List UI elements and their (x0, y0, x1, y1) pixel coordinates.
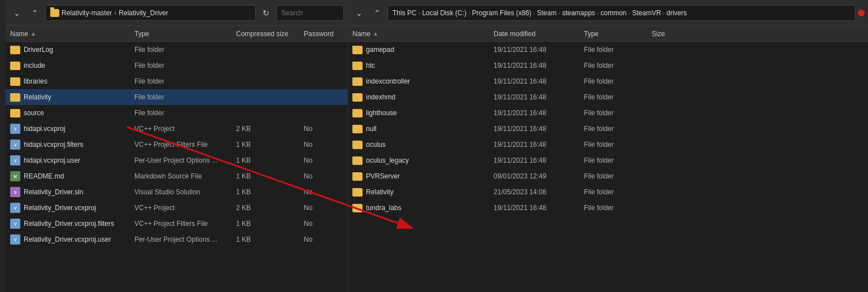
table-row[interactable]: source File folder (6, 105, 347, 121)
right-file-list: gamepad 19/11/2021 16:48 File folder htc… (348, 42, 868, 292)
file-name-cell-r: htc (352, 62, 494, 70)
file-type-cell: VC++ Project (134, 125, 236, 133)
table-row[interactable]: Relativity File folder (6, 89, 347, 105)
table-row[interactable]: oculus_legacy 19/11/2021 16:48 File fold… (348, 152, 868, 168)
table-row[interactable]: V Relativity_Driver.vcxproj.user Per-Use… (6, 232, 347, 247)
file-name-label-r: indexcontroller (366, 77, 410, 85)
file-name-label: Relativity_Driver.vcxproj.filters (24, 220, 114, 228)
right-nav-down-btn[interactable]: ⌄ (351, 5, 367, 21)
folder-icon (352, 141, 363, 149)
file-name-label: hidapi.vcxproj.filters (24, 141, 83, 149)
file-name-cell: V hidapi.vcxproj.filters (10, 140, 134, 150)
table-row[interactable]: S Relativity_Driver.sln Visual Studio So… (6, 184, 347, 200)
file-type-cell-r: File folder (584, 125, 652, 133)
file-type-cell-r: File folder (584, 172, 652, 180)
table-row[interactable]: V hidapi.vcxproj.filters VC++ Project Fi… (6, 137, 347, 152)
sln-icon: S (10, 187, 20, 197)
file-password-cell: No (304, 204, 343, 212)
table-row[interactable]: oculus 19/11/2021 16:48 File folder (348, 137, 868, 152)
breadcrumb-item: Steam (537, 9, 557, 17)
table-row[interactable]: tundra_labs 19/11/2021 16:48 File folder (348, 200, 868, 216)
file-compressed-cell: 2 KB (236, 204, 304, 212)
folder-icon (352, 46, 363, 54)
file-name-label-r: Relativity (366, 188, 394, 196)
file-compressed-cell: 1 KB (236, 156, 304, 164)
file-name-cell-r: Relativity (352, 188, 494, 197)
file-type-cell-r: File folder (584, 156, 652, 164)
table-row[interactable]: htc 19/11/2021 16:48 File folder (348, 58, 868, 73)
file-date-cell: 19/11/2021 16:48 (494, 204, 584, 212)
file-name-label: include (24, 62, 45, 69)
table-row[interactable]: Relativity 21/05/2023 14:08 File folder (348, 184, 868, 200)
file-name-cell: M README.md (10, 171, 134, 181)
table-row[interactable]: null 19/11/2021 16:48 File folder (348, 121, 868, 137)
breadcrumb-separator: › (418, 10, 421, 16)
file-name-cell: V hidapi.vcxproj (10, 124, 134, 134)
table-row[interactable]: gamepad 19/11/2021 16:48 File folder (348, 42, 868, 58)
folder-icon (10, 62, 20, 70)
file-name-label-r: lighthouse (366, 109, 397, 117)
file-type-cell-r: File folder (584, 77, 652, 85)
breadcrumb-item: This PC (392, 9, 417, 17)
table-row[interactable]: V Relativity_Driver.vcxproj VC++ Project… (6, 200, 347, 216)
nav-down-btn[interactable]: ⌄ (9, 5, 25, 21)
file-date-cell: 19/11/2021 16:48 (494, 77, 584, 85)
file-type-cell-r: File folder (584, 46, 652, 54)
file-type-cell: VC++ Project Filters File (134, 220, 236, 228)
file-name-cell: V Relativity_Driver.vcxproj.filters (10, 219, 134, 229)
file-type-cell-r: File folder (584, 62, 652, 69)
file-date-cell: 19/11/2021 16:48 (494, 93, 584, 101)
table-row[interactable]: PVRServer 09/01/2023 12:49 File folder (348, 168, 868, 184)
md-icon: M (10, 171, 20, 181)
table-row[interactable]: V hidapi.vcxproj.user Per-User Project O… (6, 152, 347, 168)
table-row[interactable]: lighthouse 19/11/2021 16:48 File folder (348, 105, 868, 121)
breadcrumb-item: SteamVR (632, 9, 661, 17)
file-type-cell: VC++ Project (134, 204, 236, 212)
file-date-cell: 19/11/2021 16:48 (494, 109, 584, 117)
folder-icon (10, 77, 20, 86)
file-type-cell: File folder (134, 62, 236, 69)
table-row[interactable]: M README.md Markdown Source File 1 KB No (6, 168, 347, 184)
folder-icon (352, 93, 363, 102)
table-row[interactable]: DriverLog File folder (6, 42, 347, 58)
table-row[interactable]: libraries File folder (6, 73, 347, 89)
file-type-cell-r: File folder (584, 109, 652, 117)
file-type-cell-r: File folder (584, 204, 652, 212)
file-date-cell: 19/11/2021 16:48 (494, 46, 584, 54)
file-compressed-cell: 1 KB (236, 172, 304, 180)
right-panel: ⌄ ⌃ This PC›Local Disk (C:)›Program File… (348, 0, 868, 292)
vcx-icon: V (10, 155, 20, 165)
table-row[interactable]: V hidapi.vcxproj VC++ Project 2 KB No (6, 121, 347, 137)
file-compressed-cell: 2 KB (236, 125, 304, 133)
right-nav-up-btn[interactable]: ⌃ (369, 5, 385, 21)
file-password-cell: No (304, 188, 343, 196)
file-date-cell: 19/11/2021 16:48 (494, 62, 584, 69)
refresh-btn[interactable]: ↻ (258, 5, 274, 21)
search-input[interactable] (276, 5, 344, 21)
file-name-cell-r: lighthouse (352, 109, 494, 117)
file-name-cell-r: PVRServer (352, 172, 494, 181)
file-name-cell: S Relativity_Driver.sln (10, 187, 134, 197)
nav-up-btn[interactable]: ⌃ (27, 5, 43, 21)
breadcrumb-separator: › (629, 10, 631, 16)
breadcrumb-separator: › (468, 10, 470, 16)
col-date-header: Date modified (494, 30, 584, 38)
folder-icon-small (50, 9, 59, 17)
left-toolbar: ⌄ ⌃ Relativity-master › Relativity_Drive… (6, 0, 347, 26)
table-row[interactable]: V Relativity_Driver.vcxproj.filters VC++… (6, 216, 347, 232)
sort-arrow-r: ▲ (373, 30, 378, 37)
col-name-header: Name ▲ (10, 30, 134, 38)
col-size-r-header: Size (652, 30, 863, 38)
file-type-cell: Markdown Source File (134, 172, 236, 180)
left-sidebar (0, 0, 6, 292)
breadcrumb-item: Program Files (x86) (472, 9, 531, 17)
table-row[interactable]: indexhmd 19/11/2021 16:48 File folder (348, 89, 868, 105)
file-name-label: source (24, 109, 44, 117)
file-date-cell: 09/01/2023 12:49 (494, 172, 584, 180)
vcx-icon: V (10, 234, 20, 245)
file-name-cell-r: tundra_labs (352, 204, 494, 212)
col-name-r-header: Name ▲ (352, 30, 494, 38)
vcx-icon: V (10, 203, 20, 213)
table-row[interactable]: indexcontroller 19/11/2021 16:48 File fo… (348, 73, 868, 89)
table-row[interactable]: include File folder (6, 58, 347, 73)
